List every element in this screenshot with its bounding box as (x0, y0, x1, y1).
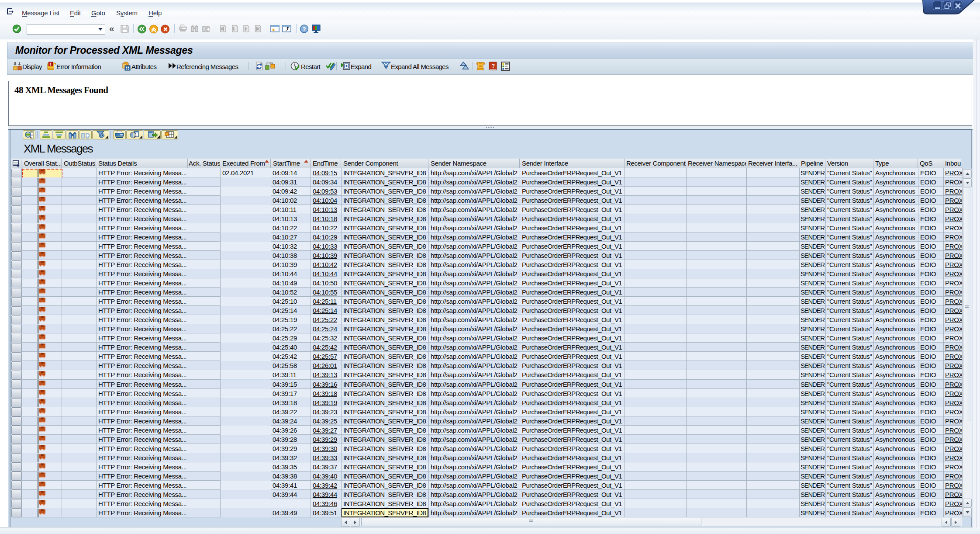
svg-text:?: ? (492, 63, 495, 69)
svg-text:?: ? (303, 26, 306, 32)
